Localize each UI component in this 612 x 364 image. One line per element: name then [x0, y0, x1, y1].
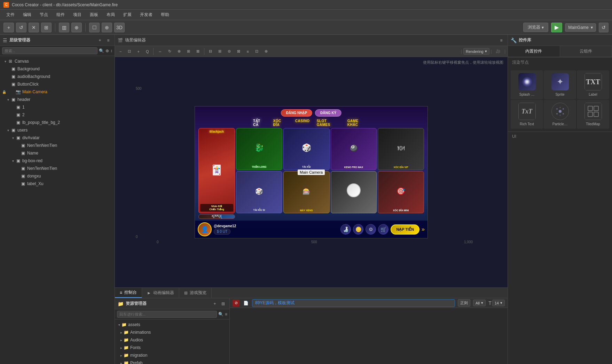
console-filter-regex[interactable]: 正则 [458, 299, 470, 307]
tree-header-1[interactable]: ▣ 1 [0, 103, 115, 111]
mode-3d[interactable]: 3D [114, 23, 125, 32]
asset-audios[interactable]: ▸ 📁 Audios [115, 336, 229, 344]
tree-labelxu[interactable]: ▣ label_Xu [0, 180, 115, 188]
scene-panel-menu[interactable]: ≡ [498, 37, 505, 44]
assets-filter-icon[interactable]: ≡ [225, 312, 227, 317]
game-card-xocdia-mini[interactable]: 🎯 XÓC ĐĨA MINI [378, 171, 424, 213]
assets-search-input[interactable] [117, 311, 217, 318]
move-tool[interactable]: ↔ [156, 47, 164, 56]
menu-edit[interactable]: 编辑 [19, 10, 35, 19]
console-filter-all[interactable]: All ▾ [473, 300, 486, 306]
game-card-xocdia[interactable]: 🎮 XÓC ĐĨA MINIGAME [198, 214, 235, 219]
tab-console[interactable]: ≡ 控制台 [115, 288, 142, 298]
play-button[interactable]: ▶ [551, 23, 562, 32]
hierarchy-filter-icon[interactable]: ⊕ [105, 48, 109, 53]
menu-node[interactable]: 节点 [36, 10, 52, 19]
tab-game-preview[interactable]: ⊞ 游戏预览 [179, 288, 212, 298]
assets-search-icon[interactable]: 🔍 [218, 312, 223, 317]
game-card-blackjack[interactable]: Blackjack 🃏 Nhân ĐốtChiến Thắng [198, 128, 235, 213]
menu-panel[interactable]: 面板 [86, 10, 102, 19]
grid-snap-tool[interactable]: ≡ [244, 47, 251, 56]
rotate-tool[interactable]: ↻ [166, 47, 174, 56]
anchor2-tool[interactable]: ⊡ [253, 47, 261, 56]
menu-extend[interactable]: 扩展 [120, 10, 135, 19]
component-richtext[interactable]: TxT Rich Text [511, 100, 543, 129]
game-card-dragon[interactable]: 🐉 THẦN LONG [236, 128, 282, 170]
nav-all[interactable]: TẤT CẢ [253, 119, 266, 127]
game-card-circle[interactable] [331, 171, 377, 213]
arrows-button[interactable]: » [422, 226, 425, 232]
assets-add-button[interactable]: + [211, 300, 218, 307]
menu-component[interactable]: 组件 [53, 10, 68, 19]
bottle-icon[interactable]: 🍶 [340, 224, 351, 235]
distribute-tool[interactable]: ⊜ [225, 47, 233, 56]
component-label[interactable]: TXT Label [577, 70, 609, 99]
tree-nenten-1[interactable]: ▣ NenTenNenTien [0, 142, 115, 149]
tree-main-camera[interactable]: 🔒 📷 Main Camera [0, 88, 115, 96]
nav-xocdia[interactable]: XÓC ĐĨA [273, 119, 288, 127]
tree-canvas[interactable]: ▾ ⊞ Canvas [0, 57, 115, 65]
tree-background[interactable]: ▣ Background [0, 65, 115, 73]
game-login-button[interactable]: ĐĂNG NHẬP [281, 109, 312, 117]
tree-name[interactable]: ▣ Name [0, 149, 115, 157]
component-tiledmap[interactable]: TiledMap [577, 100, 609, 129]
hierarchy-add-button[interactable]: + [96, 37, 103, 44]
cart-icon[interactable]: 🛒 [378, 224, 389, 235]
assets-menu-button[interactable]: ⊞ [220, 300, 227, 307]
game-card-dice[interactable]: 🎲 TÀI XỈU [283, 128, 330, 170]
scale-tool[interactable]: ⊕ [175, 47, 183, 56]
tab-builtin-components[interactable]: 内置控件 [508, 46, 560, 57]
asset-fonts[interactable]: ▸ 📁 Fonts [115, 344, 229, 351]
asset-animations[interactable]: ▸ 📁 Animations [115, 329, 229, 336]
menu-help[interactable]: 帮助 [157, 10, 173, 19]
camera-tool[interactable]: 🎥 [493, 47, 503, 56]
align-tool[interactable]: ⊞ [216, 47, 224, 56]
scene-refresh-button[interactable]: ↺ [599, 23, 609, 32]
tab-animation[interactable]: ► 动画编辑器 [142, 288, 179, 298]
tree-users[interactable]: ▾ ▣ users [0, 126, 115, 134]
browser-selector[interactable]: 浏览器 ▾ [523, 23, 548, 32]
align2-tool[interactable]: ⊠ [235, 47, 243, 56]
tree-lb-popup[interactable]: ▣ lb_popup_title_bg_2 [0, 119, 115, 126]
rect-tool[interactable]: ⊞ [185, 47, 193, 56]
game-card-777[interactable]: 🎰 MÁY XÈNG [283, 171, 330, 213]
menu-file[interactable]: 文件 [3, 10, 18, 19]
nav-slots[interactable]: SLOT GAMES [317, 119, 340, 127]
tree-dongxu[interactable]: ▣ dongxu [0, 172, 115, 180]
scene-selector[interactable]: MainGame ▾ [565, 23, 596, 32]
mode-btn-1[interactable]: ☐ [89, 23, 100, 32]
tree-header[interactable]: ▾ ▣ header [0, 96, 115, 103]
asset-migration[interactable]: ▸ 📁 migration [115, 351, 229, 359]
tree-audio[interactable]: ▣ audioBachground [0, 73, 115, 80]
extra-tool[interactable]: ⊕ [262, 47, 270, 56]
tree-bgboxred[interactable]: ▾ ▣ bg-box-red [0, 157, 115, 165]
tree-nenten-2[interactable]: ▣ NenTenNenTien [0, 165, 115, 172]
coin-icon[interactable]: 🪙 [353, 224, 363, 235]
component-sprite[interactable]: Sprite [544, 70, 576, 99]
gear-icon[interactable]: ⚙ [366, 224, 376, 235]
hierarchy-menu-button[interactable]: ≡ [105, 37, 112, 44]
game-card-keno[interactable]: 🎱 KENO PRO MAX [331, 128, 377, 170]
menu-developer[interactable]: 开发者 [136, 10, 156, 19]
hierarchy-search-input[interactable] [2, 47, 97, 54]
scene-canvas-area[interactable]: 使用鼠标右键平移视窗焦点，使用滚轮缩放视图 500 0 0 500 1,000 … [115, 57, 508, 287]
tree-buttonclick[interactable]: ▣ ButtonClick [0, 80, 115, 88]
game-register-button[interactable]: ĐĂNG KÝ [315, 109, 342, 117]
console-file-icon[interactable]: 📄 [242, 300, 249, 307]
component-particle[interactable]: Particle… [544, 100, 576, 129]
game-card-xocdia-vip[interactable]: 🍽 XÓC ĐĨA VIP [378, 128, 424, 170]
console-clear-button[interactable]: ⊘ [233, 300, 240, 307]
rendering-selector[interactable]: Rendering ▾ [463, 48, 489, 55]
tree-divavatar[interactable]: ▾ ▣ divAvatar [0, 134, 115, 142]
add-node-button[interactable]: + [3, 23, 14, 32]
console-text-input[interactable] [252, 299, 455, 307]
nap-tien-button[interactable]: NẠP TIỀN [391, 224, 419, 235]
zoom-out-button[interactable]: − [117, 47, 124, 56]
component-splash[interactable]: Splash … [511, 70, 543, 99]
asset-root[interactable]: ▾ 📁 assets [115, 321, 229, 329]
tab-cloud-components[interactable]: 云组件 [560, 46, 612, 57]
zoom-in-button[interactable]: + [135, 47, 142, 56]
mode-btn-2[interactable]: ⊕ [102, 23, 112, 32]
hierarchy-sort-icon[interactable]: ↕ [110, 48, 112, 53]
anchor-tool[interactable]: ⊠ [194, 47, 202, 56]
